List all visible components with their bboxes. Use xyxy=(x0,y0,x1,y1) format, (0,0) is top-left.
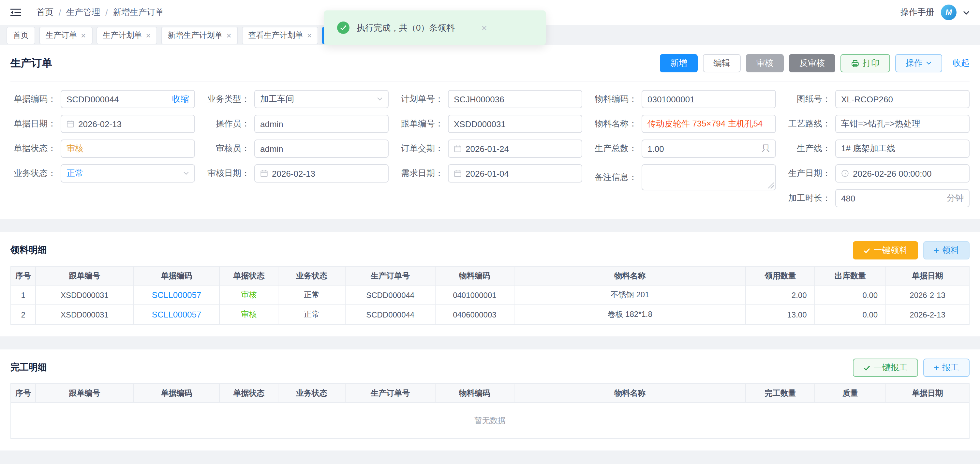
column-header[interactable]: 领用数量 xyxy=(746,266,815,285)
process-route-input[interactable]: 车钳=>钻孔=>热处理 xyxy=(835,115,970,133)
column-header[interactable]: 序号 xyxy=(11,266,35,285)
column-header[interactable]: 出库数量 xyxy=(815,266,886,285)
table-cell: 不锈钢 201 xyxy=(514,285,746,305)
column-header[interactable]: 跟单编号 xyxy=(35,384,133,402)
column-header[interactable]: 质量 xyxy=(815,384,886,402)
add-report-button[interactable]: + 报工 xyxy=(923,359,970,377)
form-col-2: 业务类型： 加工车间 操作员： admin 审核员： admin xyxy=(204,90,388,207)
audit-date-input[interactable]: 2026-02-13 xyxy=(254,164,388,183)
table-cell: 0406000003 xyxy=(435,305,514,324)
printer-icon xyxy=(851,59,859,67)
demand-date-input[interactable]: 2026-01-04 xyxy=(448,164,582,183)
column-header[interactable]: 生产订单号 xyxy=(345,266,435,285)
breadcrumb-item[interactable]: 生产管理 xyxy=(66,6,100,18)
duration-input[interactable]: 480 分钟 xyxy=(835,189,970,207)
material-name-label: 物料名称： xyxy=(592,118,641,130)
tab-close-icon[interactable]: × xyxy=(307,31,312,40)
print-button[interactable]: 打印 xyxy=(840,54,890,72)
table-row[interactable]: 1XSDD000031SCLL000057审核正常SCDD00004404010… xyxy=(11,285,969,305)
form-col-3: 计划单号： SCJH000036 跟单编号： XSDD000031 订单交期： … xyxy=(398,90,582,207)
toast-close-icon[interactable]: × xyxy=(481,23,487,33)
column-header[interactable]: 单据状态 xyxy=(220,384,278,402)
collapse-link[interactable]: 收起 xyxy=(953,57,970,69)
picking-actions: 一键领料 + 领料 xyxy=(853,241,970,259)
column-header[interactable]: 物料编码 xyxy=(435,384,514,402)
order-panel: 生产订单 新增 编辑 审核 反审核 打印 操作 xyxy=(0,45,980,219)
unaudit-button[interactable]: 反审核 xyxy=(789,54,835,72)
tab-label: 生产计划单 xyxy=(103,30,142,41)
calendar-icon xyxy=(67,120,74,128)
column-header[interactable]: 业务状态 xyxy=(278,266,345,285)
doc-code-input[interactable]: SCDD000044 收缩 xyxy=(60,90,195,108)
one-key-report-button[interactable]: 一键报工 xyxy=(853,359,918,377)
table-cell: 2026-2-13 xyxy=(886,285,969,305)
tab-item[interactable]: 生产计划单× xyxy=(96,26,157,44)
column-header[interactable]: 物料名称 xyxy=(514,384,746,402)
column-header[interactable]: 单据编码 xyxy=(133,266,220,285)
prod-line-input[interactable]: 1# 底架加工线 xyxy=(835,140,970,158)
biz-type-select[interactable]: 加工车间 xyxy=(254,90,388,108)
tab-label: 首页 xyxy=(13,30,29,41)
order-due-input[interactable]: 2026-01-24 xyxy=(448,140,582,158)
follow-no-input[interactable]: XSDD000031 xyxy=(448,115,582,133)
column-header[interactable]: 物料编码 xyxy=(435,266,514,285)
total-qty-input[interactable]: 1.00 只 xyxy=(641,140,776,158)
tab-close-icon[interactable]: × xyxy=(81,31,86,40)
column-header[interactable]: 生产订单号 xyxy=(345,384,435,402)
doc-date-input[interactable]: 2026-02-13 xyxy=(60,115,195,133)
remark-textarea[interactable] xyxy=(641,164,776,191)
tab-label: 新增生产计划单 xyxy=(167,30,222,41)
one-key-pick-button[interactable]: 一键领料 xyxy=(853,241,918,259)
tab-close-icon[interactable]: × xyxy=(226,31,231,40)
menu-fold-icon[interactable] xyxy=(10,8,21,17)
material-code-input[interactable]: 0301000001 xyxy=(641,90,776,108)
tab-item[interactable]: 生产订单× xyxy=(39,26,92,44)
doc-status-input[interactable]: 审核 xyxy=(60,140,195,158)
tab-item[interactable]: 首页 xyxy=(6,26,35,44)
column-header[interactable]: 序号 xyxy=(11,384,35,402)
actions-dropdown-button[interactable]: 操作 xyxy=(895,54,942,72)
table-cell: 0.00 xyxy=(815,305,886,324)
shrink-link[interactable]: 收缩 xyxy=(172,93,189,105)
completion-title: 完工明细 xyxy=(10,362,47,373)
column-header[interactable]: 单据日期 xyxy=(886,266,969,285)
chevron-down-icon xyxy=(183,172,189,175)
user-caret-icon[interactable] xyxy=(963,10,970,15)
material-name-input[interactable]: 传动皮轮件 735×794 主机孔54 xyxy=(641,115,776,133)
breadcrumb-item[interactable]: 首页 xyxy=(37,6,54,18)
avatar[interactable]: M xyxy=(941,5,956,20)
biz-status-select[interactable]: 正常 xyxy=(60,164,195,183)
check-icon xyxy=(863,365,870,370)
prod-date-input[interactable]: 2026-02-26 00:00:00 xyxy=(835,164,970,183)
add-button[interactable]: 新增 xyxy=(660,54,698,72)
table-row[interactable]: 2XSDD000031SCLL000057审核正常SCDD00004404060… xyxy=(11,305,969,324)
table-cell[interactable]: SCLL000057 xyxy=(133,285,220,305)
audit-button[interactable]: 审核 xyxy=(746,54,784,72)
tab-item[interactable]: 查看生产计划单× xyxy=(242,26,318,44)
breadcrumb-item[interactable]: 新增生产订单 xyxy=(113,6,164,18)
tab-close-icon[interactable]: × xyxy=(146,31,151,40)
picking-panel: 领料明细 一键领料 + 领料 序号跟单编号单据编码单据状态业务状态生产订单号物料… xyxy=(0,232,980,336)
table-cell: 2.00 xyxy=(746,285,815,305)
prod-date-label: 生产日期： xyxy=(785,168,835,179)
add-pick-button[interactable]: + 领料 xyxy=(923,241,970,259)
demand-date-label: 需求日期： xyxy=(398,168,448,179)
completion-table: 序号跟单编号单据编码单据状态业务状态生产订单号物料编码物料名称完工数量质量单据日… xyxy=(10,383,970,439)
edit-button[interactable]: 编辑 xyxy=(703,54,741,72)
column-header[interactable]: 完工数量 xyxy=(746,384,815,402)
column-header[interactable]: 跟单编号 xyxy=(35,266,133,285)
table-cell[interactable]: SCLL000057 xyxy=(133,305,220,324)
check-icon xyxy=(863,247,870,253)
column-header[interactable]: 业务状态 xyxy=(278,384,345,402)
auditor-input[interactable]: admin xyxy=(254,140,388,158)
column-header[interactable]: 物料名称 xyxy=(514,266,746,285)
column-header[interactable]: 单据编码 xyxy=(133,384,220,402)
drawing-no-input[interactable]: XL-RCOP260 xyxy=(835,90,970,108)
column-header[interactable]: 单据日期 xyxy=(886,384,969,402)
resize-grip-icon[interactable] xyxy=(768,183,774,188)
manual-link[interactable]: 操作手册 xyxy=(900,6,934,18)
plan-no-input[interactable]: SCJH000036 xyxy=(448,90,582,108)
tab-item[interactable]: 新增生产计划单× xyxy=(161,26,238,44)
operator-input[interactable]: admin xyxy=(254,115,388,133)
column-header[interactable]: 单据状态 xyxy=(220,266,278,285)
